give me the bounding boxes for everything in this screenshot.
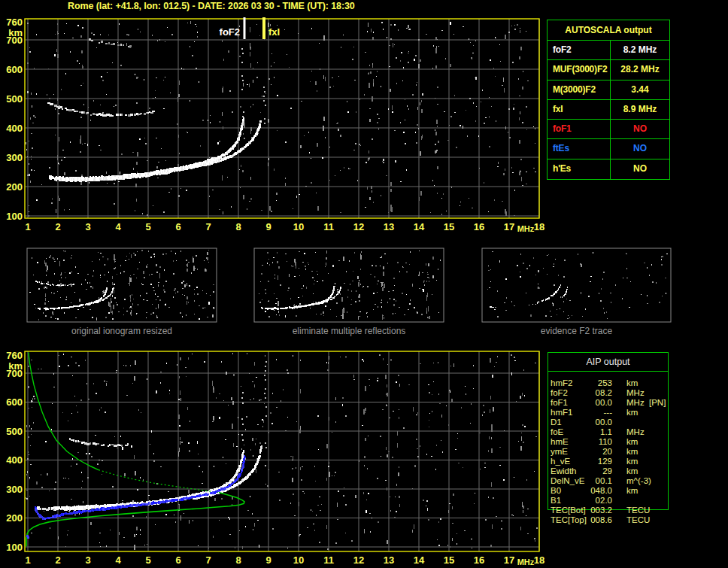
aip-row-foe: foE1.1MHz [548, 427, 668, 437]
svg-text:8: 8 [235, 221, 241, 232]
svg-text:foF2: foF2 [220, 26, 240, 38]
svg-text:11: 11 [323, 221, 334, 232]
thumbnail-caption-evidence: evidence F2 trace [482, 326, 671, 336]
svg-text:200: 200 [6, 181, 23, 193]
aip-row-h-ve: h_vE129km [548, 457, 668, 466]
thumbnail-panel-2 [482, 248, 671, 322]
autoscala-row-hes: h'EsNO [548, 159, 669, 179]
autoscala-row-muf: MUF(3000)F228.2 MHz [548, 60, 669, 80]
svg-text:14: 14 [414, 554, 425, 566]
svg-text:100: 100 [6, 542, 23, 553]
svg-text:400: 400 [6, 454, 23, 466]
svg-text:3: 3 [85, 554, 90, 566]
svg-text:5: 5 [145, 554, 150, 566]
svg-text:3: 3 [85, 221, 90, 232]
autoscala-row-ftes: ftEsNO [548, 139, 669, 159]
aip-row-hmf2: hmF2253km [548, 378, 668, 388]
svg-text:10: 10 [293, 554, 304, 566]
svg-text:12: 12 [353, 554, 364, 566]
svg-text:17: 17 [504, 221, 514, 232]
aip-panel-title: AIP output [548, 353, 668, 372]
aip-row-hme: hmE110km [548, 437, 668, 447]
svg-text:MHz: MHz [517, 557, 535, 566]
svg-text:2: 2 [55, 221, 60, 232]
svg-text:7: 7 [205, 221, 211, 232]
aip-row-b1: B102.0 [548, 496, 668, 506]
svg-text:500: 500 [6, 426, 23, 437]
svg-text:6: 6 [175, 554, 180, 566]
aip-row-fof2: foF208.2MHz [548, 388, 668, 398]
svg-text:2: 2 [55, 554, 60, 566]
svg-text:200: 200 [6, 512, 23, 524]
thumbnail-panel-0 [27, 248, 217, 322]
svg-text:13: 13 [384, 221, 394, 232]
svg-text:9: 9 [265, 221, 271, 232]
svg-text:300: 300 [6, 152, 23, 163]
svg-text:16: 16 [474, 221, 484, 232]
svg-text:18: 18 [534, 554, 544, 566]
svg-text:6: 6 [175, 221, 180, 232]
svg-text:5: 5 [145, 221, 150, 232]
aip-row-deln-ve: DelN_vE00.1m^(-3) [548, 476, 668, 486]
autoscala-row-m3000: M(3000)F23.44 [548, 80, 669, 100]
svg-text:18: 18 [534, 221, 544, 232]
thumbnail-caption-eliminate: eliminate multiple reflections [254, 326, 444, 336]
svg-text:12: 12 [353, 221, 364, 232]
svg-text:8: 8 [235, 554, 241, 566]
svg-text:MHz: MHz [517, 224, 535, 233]
svg-text:1: 1 [25, 221, 30, 232]
aip-row-yme: ymE20km [548, 447, 668, 457]
aip-row-ewidth: Ewidth29km [548, 466, 668, 476]
svg-text:400: 400 [6, 123, 23, 134]
thumbnail-panel-1 [254, 248, 444, 322]
svg-text:1: 1 [25, 554, 30, 566]
svg-text:4: 4 [115, 554, 121, 566]
svg-text:600: 600 [6, 64, 23, 75]
autoscala-output-panel: AUTOSCALA output foF28.2 MHz MUF(3000)F2… [547, 20, 670, 180]
svg-text:9: 9 [265, 554, 271, 566]
svg-text:500: 500 [6, 93, 23, 105]
aip-row-hmf1: hmF1---km [548, 408, 668, 418]
svg-text:600: 600 [6, 396, 23, 408]
svg-text:km: km [8, 360, 23, 372]
svg-text:fxI: fxI [268, 26, 280, 38]
autoscala-row-fof2: foF28.2 MHz [548, 41, 669, 60]
aip-row-fof1: foF100.0MHz[PN] [548, 398, 668, 408]
aip-row-d1: D100.0 [548, 418, 668, 427]
top-ionogram-plot: 100200300400500600700760km12345678910111… [6, 17, 544, 233]
svg-text:300: 300 [6, 484, 23, 495]
svg-text:15: 15 [444, 554, 454, 566]
svg-text:7: 7 [205, 554, 211, 566]
aip-output-panel: AIP output hmF2253kmfoF208.2MHzfoF100.0M… [548, 352, 669, 510]
bottom-ionogram-plot: 100200300400500600700760km12345678910111… [6, 350, 544, 566]
autoscala-panel-title: AUTOSCALA output [548, 20, 669, 41]
svg-text:13: 13 [384, 554, 394, 566]
svg-text:15: 15 [444, 221, 454, 232]
autoscala-row-fxi: fxI8.9 MHz [548, 100, 669, 120]
characteristic-markers: foF2fxI [220, 17, 281, 39]
svg-text:km: km [8, 27, 23, 38]
aip-row-tec-bot-: TEC[Bot]003.2TECU [548, 506, 668, 515]
svg-text:10: 10 [293, 221, 304, 232]
thumbnail-caption-original: original ionogram resized [27, 326, 217, 336]
aip-electron-density-profile [26, 352, 244, 546]
autoscala-row-fof1: foF1NO [548, 120, 669, 139]
svg-text:16: 16 [474, 554, 484, 566]
svg-text:11: 11 [323, 554, 334, 566]
aip-row-tec-top-: TEC[Top]008.6TECU [548, 515, 668, 525]
aip-row-b0: B0048.0km [548, 486, 668, 496]
svg-text:100: 100 [6, 211, 23, 222]
aip-rows: hmF2253kmfoF208.2MHzfoF100.0MHz[PN]hmF1-… [548, 378, 668, 525]
svg-text:17: 17 [504, 554, 514, 566]
svg-text:14: 14 [414, 221, 425, 232]
svg-text:4: 4 [115, 221, 121, 232]
